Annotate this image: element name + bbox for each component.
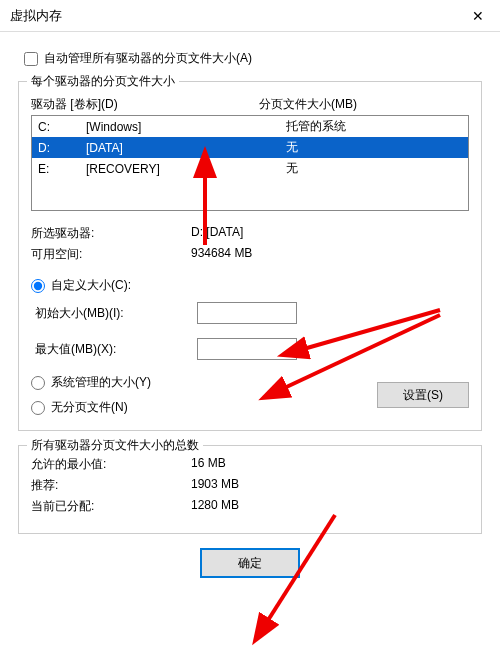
no-paging-label: 无分页文件(N): [51, 399, 128, 416]
selected-drive-value: D: [DATA]: [191, 225, 243, 242]
selected-drive-row: 所选驱动器: D: [DATA]: [31, 225, 469, 242]
set-button[interactable]: 设置(S): [377, 382, 469, 408]
auto-manage-label: 自动管理所有驱动器的分页文件大小(A): [44, 50, 252, 67]
no-paging-radio[interactable]: [31, 401, 45, 415]
close-icon[interactable]: ✕: [455, 0, 500, 32]
table-row[interactable]: E: [RECOVERY] 无: [32, 158, 468, 179]
dialog-footer: 确定: [18, 548, 482, 578]
drive-vol-label: [DATA]: [86, 141, 266, 155]
custom-size-radio-row[interactable]: 自定义大小(C):: [31, 277, 469, 294]
min-row: 允许的最小值: 16 MB: [31, 456, 469, 473]
cur-row: 当前已分配: 1280 MB: [31, 498, 469, 515]
rec-label: 推荐:: [31, 477, 191, 494]
titlebar: 虚拟内存 ✕: [0, 0, 500, 32]
drive-page-size: 托管的系统: [266, 118, 462, 135]
dialog-content: 自动管理所有驱动器的分页文件大小(A) 每个驱动器的分页文件大小 驱动器 [卷标…: [0, 32, 500, 592]
min-label: 允许的最小值:: [31, 456, 191, 473]
drive-letter: D:: [38, 141, 86, 155]
group-per-drive-title: 每个驱动器的分页文件大小: [27, 73, 179, 90]
rec-value: 1903 MB: [191, 477, 239, 494]
drive-page-size: 无: [266, 139, 462, 156]
drive-list[interactable]: C: [Windows] 托管的系统 D: [DATA] 无 E: [RECOV…: [31, 115, 469, 211]
rec-row: 推荐: 1903 MB: [31, 477, 469, 494]
auto-manage-checkbox[interactable]: [24, 52, 38, 66]
max-size-label: 最大值(MB)(X):: [35, 341, 197, 358]
custom-size-label: 自定义大小(C):: [51, 277, 131, 294]
group-total: 所有驱动器分页文件大小的总数 允许的最小值: 16 MB 推荐: 1903 MB…: [18, 445, 482, 534]
drive-vol-label: [Windows]: [86, 120, 266, 134]
selected-drive-label: 所选驱动器:: [31, 225, 191, 242]
table-row[interactable]: C: [Windows] 托管的系统: [32, 116, 468, 137]
drive-page-size: 无: [266, 160, 462, 177]
initial-size-row: 初始大小(MB)(I):: [35, 302, 469, 324]
cur-value: 1280 MB: [191, 498, 239, 515]
max-size-row: 最大值(MB)(X):: [35, 338, 469, 360]
drive-letter: C:: [38, 120, 86, 134]
group-total-title: 所有驱动器分页文件大小的总数: [27, 437, 203, 454]
auto-manage-checkbox-row[interactable]: 自动管理所有驱动器的分页文件大小(A): [24, 50, 482, 67]
available-space-value: 934684 MB: [191, 246, 252, 263]
max-size-input[interactable]: [197, 338, 297, 360]
custom-size-radio[interactable]: [31, 279, 45, 293]
header-size: 分页文件大小(MB): [259, 96, 357, 113]
ok-button[interactable]: 确定: [200, 548, 300, 578]
initial-size-input[interactable]: [197, 302, 297, 324]
available-space-row: 可用空间: 934684 MB: [31, 246, 469, 263]
drive-vol-label: [RECOVERY]: [86, 162, 266, 176]
group-per-drive: 每个驱动器的分页文件大小 驱动器 [卷标](D) 分页文件大小(MB) C: […: [18, 81, 482, 431]
drive-letter: E:: [38, 162, 86, 176]
initial-size-label: 初始大小(MB)(I):: [35, 305, 197, 322]
min-value: 16 MB: [191, 456, 226, 473]
window-title: 虚拟内存: [10, 7, 62, 25]
drive-list-header: 驱动器 [卷标](D) 分页文件大小(MB): [31, 96, 469, 113]
system-managed-label: 系统管理的大小(Y): [51, 374, 151, 391]
table-row[interactable]: D: [DATA] 无: [32, 137, 468, 158]
cur-label: 当前已分配:: [31, 498, 191, 515]
available-space-label: 可用空间:: [31, 246, 191, 263]
header-drive: 驱动器 [卷标](D): [31, 96, 259, 113]
system-managed-radio[interactable]: [31, 376, 45, 390]
